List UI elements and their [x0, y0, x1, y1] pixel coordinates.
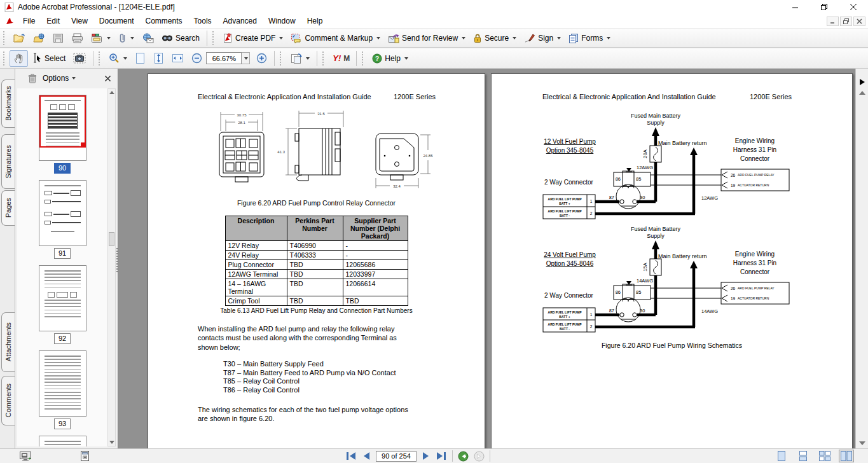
- next-view-button[interactable]: [474, 451, 485, 462]
- save-icon: [53, 33, 64, 43]
- document-minimize-button[interactable]: [827, 17, 839, 26]
- open-web-button[interactable]: [29, 31, 49, 46]
- layout-two-up-button[interactable]: [839, 450, 854, 462]
- toolbar-grip[interactable]: [322, 52, 326, 66]
- menu-edit[interactable]: Edit: [41, 15, 65, 27]
- fit-page-button[interactable]: [131, 50, 149, 67]
- page-thumbnail-90[interactable]: 90: [17, 95, 107, 174]
- trash-icon[interactable]: [28, 74, 37, 83]
- toolbar-grip[interactable]: [212, 31, 216, 45]
- help-button[interactable]: ? Help: [368, 51, 412, 66]
- fit-width-button[interactable]: [168, 50, 188, 66]
- page-display-button[interactable]: [286, 50, 313, 67]
- sign-button[interactable]: Sign: [520, 31, 565, 46]
- secure-button[interactable]: Secure: [469, 31, 520, 46]
- close-button[interactable]: [839, 0, 868, 14]
- select-icon: [32, 53, 42, 64]
- layout-continuous-button[interactable]: [796, 450, 811, 462]
- menu-view[interactable]: View: [65, 15, 93, 27]
- tab-bookmarks[interactable]: Bookmarks: [1, 79, 15, 128]
- scroll-up-icon[interactable]: [109, 91, 114, 94]
- options-menu-button[interactable]: Options: [43, 74, 76, 83]
- scroll-up-icon[interactable]: [859, 91, 865, 95]
- select-tool-button[interactable]: Select: [28, 50, 69, 66]
- screen-mode-icon[interactable]: [19, 451, 32, 462]
- harness-pin-b-label: ACTUATOR RETURN: [738, 183, 769, 187]
- toolbar-grip[interactable]: [362, 52, 365, 66]
- page-number-input[interactable]: [376, 451, 417, 462]
- zoom-level-dropdown[interactable]: [242, 52, 250, 64]
- zoom-tool-button[interactable]: [105, 50, 131, 66]
- visible-area-frame[interactable]: [39, 95, 86, 148]
- tab-attachments[interactable]: Attachments: [1, 312, 15, 372]
- organizer-button[interactable]: [87, 31, 114, 46]
- document-close-button[interactable]: [853, 17, 865, 26]
- menu-help[interactable]: Help: [301, 15, 329, 27]
- zoom-out-button[interactable]: [188, 50, 206, 66]
- page-thumbnail-partial[interactable]: [17, 436, 107, 446]
- menu-comments[interactable]: Comments: [140, 15, 188, 27]
- toolbar-grip[interactable]: [280, 52, 283, 66]
- menu-document[interactable]: Document: [93, 15, 140, 27]
- snapshot-button[interactable]: [69, 50, 90, 66]
- menu-window[interactable]: Window: [263, 15, 301, 27]
- next-page-button[interactable]: [422, 452, 430, 460]
- tab-signatures[interactable]: Signatures: [1, 134, 15, 189]
- yim-button[interactable]: Y!M: [329, 51, 353, 66]
- save-button[interactable]: [49, 31, 67, 46]
- toolbar-grip[interactable]: [3, 31, 6, 45]
- howto-pane-toggle[interactable]: [857, 77, 867, 87]
- tab-pages[interactable]: Pages: [1, 190, 15, 226]
- layout-facing-button[interactable]: [817, 450, 832, 462]
- thumbnail-scrollbar[interactable]: [107, 88, 116, 446]
- navigation-tab-strip: Bookmarks Signatures Pages Attachments C…: [0, 69, 15, 448]
- layout-single-page-button[interactable]: [774, 450, 789, 462]
- scroll-down-icon[interactable]: [859, 441, 865, 445]
- scrollbar-thumb[interactable]: [109, 232, 114, 246]
- visible-area-handle[interactable]: [81, 142, 86, 148]
- acrobat-app-icon: [4, 3, 14, 12]
- zoom-in-button[interactable]: [252, 50, 271, 66]
- first-page-button[interactable]: [345, 452, 357, 460]
- document-scrollbar[interactable]: [855, 69, 868, 448]
- toolbar-grip[interactable]: [3, 52, 6, 66]
- page-thumbnail-92[interactable]: 92: [17, 265, 107, 344]
- document-area[interactable]: Electrical & Electronic Application And …: [118, 69, 855, 448]
- tab-comments[interactable]: Comments: [1, 376, 15, 425]
- page-thumbnail-93[interactable]: 93: [17, 350, 107, 429]
- help-label: Help: [385, 54, 401, 63]
- page-thumbnail-91[interactable]: 91: [17, 180, 107, 259]
- attach-button[interactable]: [114, 31, 138, 46]
- menu-advanced[interactable]: Advanced: [217, 15, 263, 27]
- create-pdf-button[interactable]: Create PDF: [219, 30, 287, 46]
- terminal-item: T87 – Main Battery Feed to ARD Pump via …: [223, 369, 485, 378]
- close-panel-button[interactable]: [104, 75, 111, 82]
- document-restore-button[interactable]: [840, 17, 852, 26]
- tab-bookmarks-label: Bookmarks: [4, 86, 12, 121]
- table-row: 24V RelayT406333-: [225, 251, 408, 260]
- scroll-down-icon[interactable]: [109, 441, 114, 444]
- menu-file[interactable]: File: [17, 15, 41, 27]
- previous-view-button[interactable]: [458, 451, 469, 462]
- forms-button[interactable]: Forms: [565, 31, 614, 46]
- page-size-icon[interactable]: [79, 450, 90, 462]
- zoom-tool-caret-icon: [123, 57, 127, 60]
- open-button[interactable]: [10, 31, 29, 46]
- search-button[interactable]: Search: [158, 31, 203, 45]
- menu-tools[interactable]: Tools: [188, 15, 217, 27]
- restore-button[interactable]: [809, 0, 839, 14]
- comment-markup-button[interactable]: Comment & Markup: [287, 31, 384, 46]
- zoom-level-input[interactable]: [206, 52, 242, 64]
- toolbar-separator: [274, 51, 275, 66]
- last-page-button[interactable]: [435, 452, 447, 460]
- minimize-button[interactable]: [780, 0, 809, 14]
- hand-tool-button[interactable]: [10, 50, 28, 67]
- toolbar-grip[interactable]: [99, 52, 102, 66]
- print-button[interactable]: [67, 31, 87, 46]
- send-for-review-button[interactable]: Send for Review: [384, 31, 469, 46]
- title-bar: Adobe Acrobat Professional - [1204E-ELE.…: [0, 0, 868, 14]
- fit-height-button[interactable]: [149, 50, 168, 67]
- harness-label1: Engine Wiring: [735, 137, 775, 144]
- previous-page-button[interactable]: [362, 452, 371, 460]
- email-button[interactable]: [138, 31, 158, 46]
